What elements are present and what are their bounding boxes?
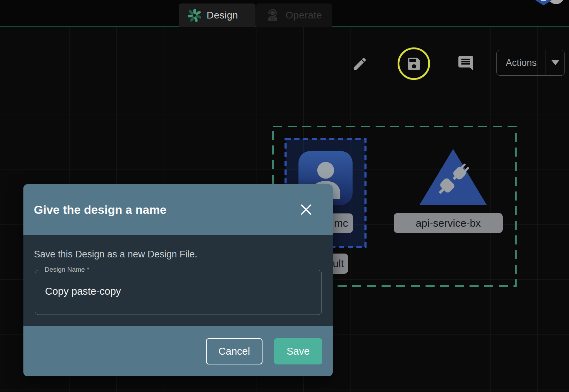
actions-dropdown-button[interactable]: Actions bbox=[496, 50, 565, 76]
kubernetes-context-icon[interactable] bbox=[533, 0, 554, 8]
top-navigation: Design Operate bbox=[0, 0, 569, 27]
actions-caret-area[interactable] bbox=[546, 60, 564, 65]
modal-title: Give the design a name bbox=[34, 203, 167, 217]
tab-operate-label: Operate bbox=[286, 10, 322, 21]
node-label-api-service: api-service-bx bbox=[394, 213, 503, 233]
comment-button[interactable] bbox=[455, 52, 476, 74]
caret-down-icon bbox=[552, 60, 559, 65]
pencil-icon bbox=[352, 56, 368, 72]
save-design-modal: Give the design a name Save this Design … bbox=[23, 184, 333, 376]
design-name-input[interactable] bbox=[35, 270, 322, 315]
tab-operate[interactable]: Operate bbox=[256, 3, 332, 27]
save-design-button[interactable] bbox=[398, 47, 430, 80]
tab-design[interactable]: Design bbox=[179, 3, 256, 27]
floppy-save-icon bbox=[406, 56, 422, 72]
modal-footer: Cancel Save bbox=[23, 326, 333, 376]
close-icon bbox=[300, 203, 312, 216]
comment-icon bbox=[457, 54, 474, 72]
cancel-button[interactable]: Cancel bbox=[206, 338, 263, 364]
design-name-field: Design Name * bbox=[35, 270, 322, 315]
actions-label: Actions bbox=[497, 58, 546, 68]
modal-body: Save this Design as a new Design File. D… bbox=[23, 235, 333, 326]
api-service-node[interactable] bbox=[418, 148, 488, 208]
modal-description: Save this Design as a new Design File. bbox=[34, 249, 197, 260]
close-button[interactable] bbox=[300, 203, 312, 216]
edit-button[interactable] bbox=[349, 53, 371, 75]
headset-person-icon bbox=[265, 8, 280, 23]
save-button[interactable]: Save bbox=[274, 338, 322, 364]
modal-header: Give the design a name bbox=[23, 184, 333, 235]
meshery-logo-icon bbox=[188, 9, 201, 22]
tab-design-label: Design bbox=[207, 10, 238, 21]
